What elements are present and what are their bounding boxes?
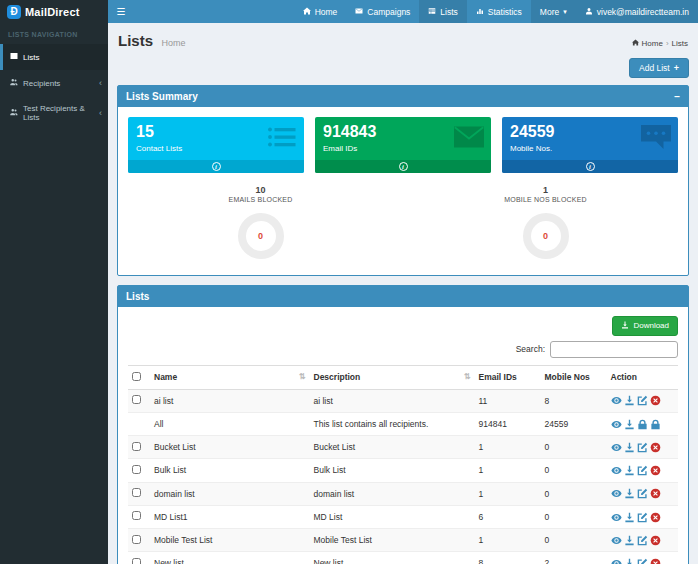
contact-lists-card: 15 Contact Lists i (128, 117, 304, 173)
sidebar-item-test-recipients[interactable]: Test Recipients & Lists ‹ (0, 96, 108, 130)
lists-panel-header: Lists (118, 286, 688, 307)
edit-icon[interactable] (637, 395, 648, 406)
edit-icon[interactable] (637, 558, 648, 564)
column-header-description[interactable]: Description⇅ (310, 365, 475, 389)
sort-icon: ⇅ (464, 372, 471, 381)
view-icon[interactable] (611, 395, 622, 406)
cell-email-ids: 11 (475, 389, 541, 412)
email-ids-info[interactable]: i (315, 160, 491, 173)
delete-icon[interactable] (650, 465, 661, 476)
cell-mobile-nos: 2 (541, 552, 607, 564)
mobile-nos-card: 24559 Mobile Nos. i (502, 117, 678, 173)
cell-email-ids: 1 (475, 482, 541, 505)
view-icon[interactable] (611, 512, 622, 523)
row-checkbox[interactable] (132, 511, 141, 520)
users-icon (10, 78, 18, 88)
column-header-email-ids[interactable]: Email IDs (475, 365, 541, 389)
mobile-nos-info[interactable]: i (502, 160, 678, 173)
row-checkbox[interactable] (132, 558, 141, 564)
row-checkbox[interactable] (132, 535, 141, 544)
lock-icon[interactable] (650, 419, 661, 430)
info-icon: i (586, 162, 595, 171)
add-list-button[interactable]: Add List + (629, 58, 689, 78)
download-icon[interactable] (624, 512, 635, 523)
breadcrumb: Home › Lists (632, 39, 688, 48)
sidebar-item-recipients[interactable]: Recipients ‹ (0, 70, 108, 96)
download-icon[interactable] (624, 558, 635, 564)
nav-item-statistics[interactable]: Statistics (467, 0, 531, 23)
breadcrumb-home[interactable]: Home (642, 39, 663, 48)
blocked-stats: 10 EMAILS BLOCKED 0 1 MOBILE NOS BLOCKED… (118, 173, 688, 275)
column-header-mobile-nos[interactable]: Mobile Nos (541, 365, 607, 389)
download-icon[interactable] (624, 465, 635, 476)
brand-logo[interactable]: Ð MailDirect (0, 0, 108, 23)
cell-email-ids: 6 (475, 505, 541, 528)
main-content: Lists Home Home › Lists Add List + Lists… (108, 23, 698, 564)
sidebar-item-lists[interactable]: Lists (0, 44, 108, 70)
mobile-blocked-ring: 0 (523, 213, 569, 259)
view-icon[interactable] (611, 488, 622, 499)
download-icon[interactable] (624, 395, 635, 406)
left-sidebar: LISTS NAVIGATION Lists Recipients ‹ Test… (0, 23, 108, 564)
summary-cards: 15 Contact Lists i 914843 Email IDs (118, 107, 688, 173)
view-icon[interactable] (611, 442, 622, 453)
row-checkbox[interactable] (132, 442, 141, 451)
view-icon[interactable] (611, 465, 622, 476)
page-subtitle: Home (161, 38, 185, 48)
emails-blocked-count: 10 (118, 185, 403, 195)
row-checkbox[interactable] (132, 395, 141, 404)
users-icon (10, 108, 18, 118)
comment-icon (641, 124, 671, 150)
mobile-blocked-box: 1 MOBILE NOS BLOCKED 0 (403, 185, 688, 259)
edit-icon[interactable] (637, 488, 648, 499)
cell-mobile-nos: 0 (541, 529, 607, 552)
nav-item-lists[interactable]: Lists (419, 0, 466, 23)
delete-icon[interactable] (650, 558, 661, 564)
download-icon[interactable] (624, 535, 635, 546)
view-icon[interactable] (611, 419, 622, 430)
statistics-icon (476, 7, 484, 17)
delete-icon[interactable] (650, 512, 661, 523)
nav-item-more[interactable]: More ▾ (531, 0, 576, 23)
delete-icon[interactable] (650, 488, 661, 499)
nav-item-user[interactable]: vivek@maildirectteam.in (576, 0, 698, 23)
chevron-left-icon: ‹ (99, 109, 102, 118)
edit-icon[interactable] (637, 465, 648, 476)
row-checkbox[interactable] (132, 488, 141, 497)
delete-icon[interactable] (650, 535, 661, 546)
cell-name: MD List1 (150, 505, 310, 528)
cell-name: All (150, 412, 310, 435)
view-icon[interactable] (611, 535, 622, 546)
download-icon[interactable] (624, 442, 635, 453)
info-icon: i (399, 162, 408, 171)
delete-icon[interactable] (650, 442, 661, 453)
cell-name: Bulk List (150, 459, 310, 482)
nav-item-home[interactable]: Home (294, 0, 347, 23)
search-input[interactable] (550, 341, 678, 358)
download-icon[interactable] (624, 419, 635, 430)
download-icon[interactable] (624, 488, 635, 499)
select-all-checkbox[interactable] (132, 372, 141, 381)
contact-lists-info[interactable]: i (128, 160, 304, 173)
table-header-row: Name⇅ Description⇅ Email IDs Mobile Nos … (128, 365, 678, 389)
edit-icon[interactable] (637, 535, 648, 546)
lock-icon[interactable] (637, 419, 648, 430)
column-header-name[interactable]: Name⇅ (150, 365, 310, 389)
caret-down-icon: ▾ (563, 8, 567, 16)
menu-toggle-icon[interactable]: ☰ (108, 0, 134, 23)
collapse-icon[interactable]: − (674, 92, 680, 102)
cell-name: Bucket List (150, 436, 310, 459)
row-checkbox[interactable] (132, 465, 141, 474)
view-icon[interactable] (611, 558, 622, 564)
nav-item-campaigns[interactable]: Campaigns (346, 0, 419, 23)
download-icon (621, 321, 629, 331)
list-icon (267, 124, 297, 150)
edit-icon[interactable] (637, 512, 648, 523)
edit-icon[interactable] (637, 442, 648, 453)
delete-icon[interactable] (650, 395, 661, 406)
cell-description: Mobile Test List (310, 529, 475, 552)
user-icon (585, 7, 593, 17)
download-button[interactable]: Download (612, 316, 678, 336)
emails-blocked-box: 10 EMAILS BLOCKED 0 (118, 185, 403, 259)
cell-description: domain list (310, 482, 475, 505)
